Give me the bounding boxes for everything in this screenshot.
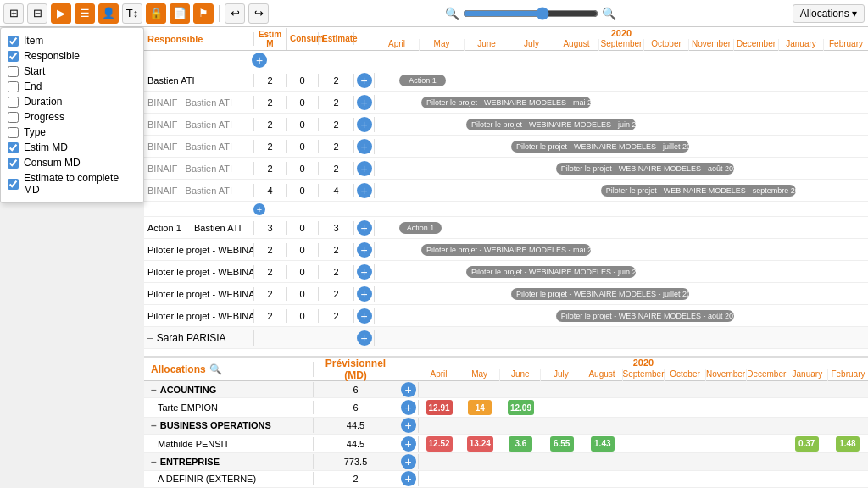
search-left-icon[interactable]: 🔍 <box>445 7 459 20</box>
checkbox-item[interactable] <box>8 36 19 47</box>
alloc-acounting-value: 6 <box>314 383 398 396</box>
month-december: December <box>734 39 779 51</box>
expand-entreprise-icon[interactable]: – <box>151 456 157 468</box>
add-tarte-button[interactable]: + <box>401 400 416 415</box>
alloc-mathilde-label: Mathilde PENSIT <box>144 437 314 451</box>
dropdown-item-end[interactable]: End <box>8 79 136 94</box>
zoom-slider[interactable] <box>463 7 598 20</box>
flag-icon[interactable]: ⚑ <box>193 3 214 24</box>
add-busops-button[interactable]: + <box>401 418 416 433</box>
list-icon[interactable]: ☰ <box>75 3 95 24</box>
mathilde-bar-apr-val: 12.52 <box>426 436 453 452</box>
add-item-g2-1[interactable]: + <box>357 220 372 236</box>
expand-busops-icon[interactable]: – <box>151 419 157 431</box>
alloc-label: Allocations <box>151 363 206 375</box>
add-mathilde-button[interactable]: + <box>401 436 416 452</box>
cell-name-g2-4: Piloter le projet - WEBINAIF Bastien ATI <box>144 287 254 301</box>
cell-estimate-g2-5: 2 <box>319 309 354 323</box>
checkbox-estimate-complete[interactable] <box>8 179 19 190</box>
dropdown-item-duration[interactable]: Duration <box>8 94 136 109</box>
add-mid-button[interactable]: + <box>253 203 265 215</box>
table-row-g2-3: Piloter le projet - WEBINAIF Bastien ATI… <box>144 261 868 283</box>
cell-estimate-2: 2 <box>319 96 354 109</box>
alloc-entreprise-action: + <box>398 454 419 469</box>
add-row-1: + <box>144 51 868 69</box>
dropdown-item-responsible[interactable]: Responsible <box>8 48 136 64</box>
alloc-adefinir-label: A DEFINIR (EXTERNE) <box>144 472 314 485</box>
checkbox-responsible[interactable] <box>8 51 19 62</box>
cell-estim-1: 2 <box>254 74 287 87</box>
label-estim-md: Estim MD <box>24 141 68 153</box>
dropdown-item-estim-md[interactable]: Estim MD <box>8 140 136 155</box>
label-estimate-complete: Estimate to complete MD <box>24 172 136 196</box>
cell-estim-5: 2 <box>254 162 287 175</box>
add-item-g2-4[interactable]: + <box>357 286 372 302</box>
doc-icon[interactable]: 📄 <box>170 3 190 24</box>
alloc-month-oct: October <box>665 369 705 381</box>
gantt-months-header: 2020 April May June July August Septembe… <box>375 27 868 51</box>
undo-icon[interactable]: ↩ <box>225 3 245 24</box>
add-item-button-5[interactable]: + <box>357 161 372 176</box>
dropdown-item-consum-md[interactable]: Consum MD <box>8 155 136 170</box>
person-icon[interactable]: 👤 <box>98 3 119 24</box>
checkbox-progress[interactable] <box>8 112 19 123</box>
cell-action-4: + <box>354 139 375 154</box>
search-right-icon[interactable]: 🔍 <box>602 7 616 20</box>
add-item-button-2[interactable]: + <box>357 95 372 110</box>
label-duration: Duration <box>24 96 62 108</box>
add-item-button-6[interactable]: + <box>357 183 372 198</box>
checkbox-start[interactable] <box>8 66 19 77</box>
checkbox-end[interactable] <box>8 81 19 92</box>
checkbox-type[interactable] <box>8 127 19 138</box>
add-top-button[interactable]: + <box>252 53 267 68</box>
play-icon[interactable]: ▶ <box>51 3 71 24</box>
dropdown-item-type[interactable]: Type <box>8 125 136 140</box>
alloc-col1-header: Allocations 🔍 <box>144 362 314 377</box>
cell-action-3: + <box>354 117 375 132</box>
add-item-g2-5[interactable]: + <box>357 308 372 324</box>
alloc-entreprise-value: 773.5 <box>314 455 398 469</box>
expand-sarah-icon[interactable]: – <box>147 332 153 344</box>
cell-estimate-1: 2 <box>319 74 354 87</box>
month-november: November <box>689 39 734 51</box>
alloc-month-dec: December <box>747 369 787 381</box>
add-row-left: + <box>144 51 375 69</box>
mathilde-bar-apr: 12.52 <box>419 435 459 453</box>
grid-icon[interactable]: ⊞ <box>3 3 24 24</box>
checkbox-estim-md[interactable] <box>8 142 19 153</box>
add-item-g2-2[interactable]: + <box>357 242 372 258</box>
dropdown-item-progress[interactable]: Progress <box>8 109 136 125</box>
add-item-button-4[interactable]: + <box>357 139 372 154</box>
checkbox-consum-md[interactable] <box>8 158 19 169</box>
expand-acounting-icon[interactable]: – <box>151 384 157 396</box>
layout-icon[interactable]: ⊟ <box>27 3 47 24</box>
gantt-bar-row-2: Piloter le projet - WEBINAIRE MODELES - … <box>375 92 868 113</box>
bar-g2-1: Action 1 <box>399 222 442 234</box>
lock-icon[interactable]: 🔒 <box>146 3 166 24</box>
add-item-button-1[interactable]: + <box>357 73 372 88</box>
alloc-row-tarte: Tarte EMPION 6 + 12.91 14 12.09 <box>144 398 868 417</box>
add-sarah-button[interactable]: + <box>357 330 372 346</box>
add-item-g2-3[interactable]: + <box>357 264 372 280</box>
add-item-button-3[interactable]: + <box>357 117 372 132</box>
alloc-search-icon[interactable]: 🔍 <box>209 363 222 375</box>
gantt-table: Responsible Estim M Consum Estimate 2020… <box>144 27 868 358</box>
add-entreprise-button[interactable]: + <box>401 454 416 469</box>
text-icon[interactable]: T↕ <box>122 3 142 24</box>
allocations-button[interactable]: Allocations ▾ <box>793 4 865 23</box>
add-adefinir-button[interactable]: + <box>401 471 416 486</box>
alloc-col2-header: Prévisionnel (MD) <box>314 358 398 383</box>
sep1 <box>219 5 220 22</box>
checkbox-duration[interactable] <box>8 97 19 108</box>
alloc-month-jun: June <box>500 369 541 381</box>
cell-sarah-action: + <box>354 330 375 346</box>
add-acounting-button[interactable]: + <box>401 382 416 397</box>
month-august: August <box>554 39 599 51</box>
dropdown-item-item[interactable]: Item <box>8 33 136 48</box>
redo-icon[interactable]: ↪ <box>248 3 269 24</box>
dropdown-item-estimate-complete[interactable]: Estimate to complete MD <box>8 170 136 197</box>
dropdown-item-start[interactable]: Start <box>8 64 136 79</box>
cell-estimate-6: 4 <box>319 184 354 197</box>
cell-consum-5: 0 <box>287 162 319 175</box>
mathilde-bar-jan-val: 0.37 <box>795 436 819 452</box>
